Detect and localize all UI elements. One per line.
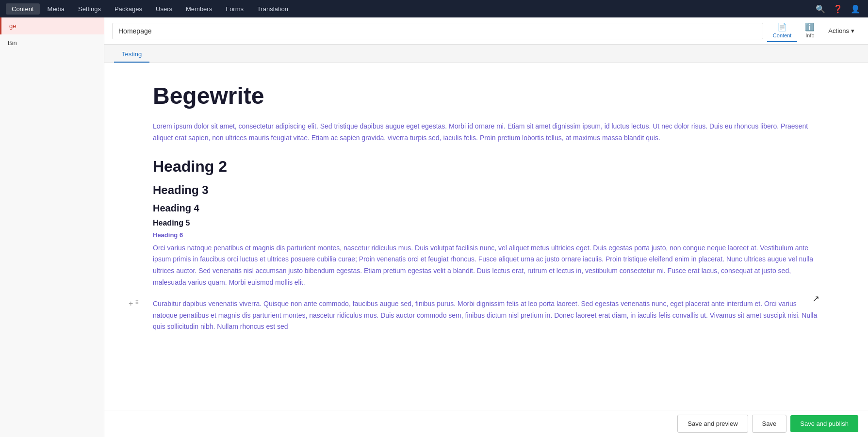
search-button[interactable]: 🔍 bbox=[814, 2, 827, 16]
intro-paragraph: Lorem ipsum dolor sit amet, consectetur … bbox=[153, 121, 819, 144]
nav-item-packages[interactable]: Packages bbox=[109, 3, 148, 15]
info-icon: ℹ️ bbox=[805, 22, 815, 32]
nav-item-settings[interactable]: Settings bbox=[72, 3, 107, 15]
sidebar-item-page[interactable]: ge bbox=[0, 17, 104, 34]
document-icon: 📄 bbox=[777, 22, 787, 32]
actions-dropdown-button[interactable]: Actions ▾ bbox=[822, 24, 860, 37]
block-handle: + ⠿ bbox=[129, 298, 139, 308]
content-tab-button[interactable]: 📄 Content bbox=[767, 19, 798, 42]
tab-bar: Testing bbox=[104, 45, 868, 63]
tab-testing[interactable]: Testing bbox=[114, 48, 149, 63]
document-title: Begewrite bbox=[153, 82, 819, 109]
add-block-button[interactable]: + bbox=[129, 299, 133, 308]
nav-item-translation[interactable]: Translation bbox=[251, 3, 294, 15]
heading-6: Heading 6 bbox=[153, 231, 819, 239]
info-tab-button[interactable]: ℹ️ Info bbox=[799, 19, 820, 42]
header-actions: 📄 Content ℹ️ Info Actions ▾ bbox=[767, 19, 860, 42]
main-layout: ge Bin 📄 Content ℹ️ Info Actions ▾ bbox=[0, 17, 868, 437]
chevron-down-icon: ▾ bbox=[851, 27, 854, 34]
nav-item-forms[interactable]: Forms bbox=[220, 3, 249, 15]
help-button[interactable]: ❓ bbox=[831, 2, 845, 16]
content-area: Begewrite Lorem ipsum dolor sit amet, co… bbox=[104, 63, 868, 437]
top-navigation: Content Media Settings Packages Users Me… bbox=[0, 0, 868, 17]
user-avatar[interactable]: 👤 bbox=[849, 2, 862, 16]
paragraph-2: Curabitur dapibus venenatis viverra. Qui… bbox=[153, 298, 819, 333]
sidebar-item-bin[interactable]: Bin bbox=[0, 34, 104, 51]
block-container: + ⠿ Curabitur dapibus venenatis viverra.… bbox=[153, 298, 819, 333]
nav-right-actions: 🔍 ❓ 👤 bbox=[814, 2, 862, 16]
heading-2: Heading 2 bbox=[153, 158, 819, 176]
save-publish-button[interactable]: Save and publish bbox=[790, 415, 858, 432]
main-panel: 📄 Content ℹ️ Info Actions ▾ Testing Bege… bbox=[104, 17, 868, 437]
save-button[interactable]: Save bbox=[752, 415, 787, 433]
nav-item-users[interactable]: Users bbox=[150, 3, 178, 15]
heading-5: Heading 5 bbox=[153, 219, 819, 227]
bottom-bar: Save and preview Save Save and publish bbox=[104, 410, 868, 437]
nav-item-media[interactable]: Media bbox=[42, 3, 70, 15]
drag-handle[interactable]: ⠿ bbox=[135, 299, 139, 306]
header-bar: 📄 Content ℹ️ Info Actions ▾ bbox=[104, 17, 868, 45]
nav-item-members[interactable]: Members bbox=[180, 3, 218, 15]
page-title-input[interactable] bbox=[112, 23, 763, 39]
paragraph-1: Orci varius natoque penatibus et magnis … bbox=[153, 243, 819, 289]
heading-4: Heading 4 bbox=[153, 203, 819, 214]
save-preview-button[interactable]: Save and preview bbox=[677, 415, 748, 433]
sidebar: ge Bin bbox=[0, 17, 104, 437]
heading-3: Heading 3 bbox=[153, 183, 819, 197]
nav-item-content[interactable]: Content bbox=[6, 3, 40, 15]
